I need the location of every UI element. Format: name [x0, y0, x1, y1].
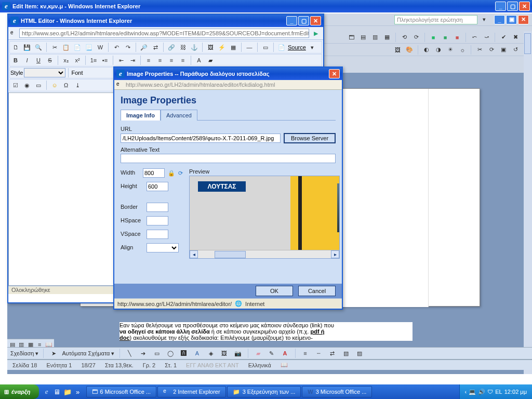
save-icon[interactable]: 💾 [22, 42, 32, 52]
specialchar-icon[interactable]: Ω [61, 80, 71, 90]
image-icon[interactable]: 🖼 [205, 42, 216, 52]
close-button[interactable]: ✕ [329, 69, 340, 78]
word-view-switch[interactable]: ▤ ▥ ▦ ≡ 📖 [7, 339, 54, 347]
reset-pic-icon[interactable]: ↺ [510, 45, 521, 55]
windows-taskbar[interactable]: ⊞ έναρξη e 🖥 📁 » 🗔6 Microsoft Office ...… [0, 384, 532, 399]
desktop-quicklaunch-icon[interactable]: 🖥 [52, 387, 62, 396]
dash-style-icon[interactable]: ┄ [314, 348, 324, 358]
link-icon[interactable]: 🔗 [166, 42, 177, 52]
html-editor-titlebar[interactable]: e HTML Editor - Windows Internet Explore… [8, 15, 323, 27]
preview-h-scrollbar[interactable]: ◂ ▸ [190, 250, 339, 258]
bold-icon[interactable]: B [10, 55, 21, 65]
tray-volume-icon[interactable]: 🔊 [478, 389, 485, 395]
dialog-addressbar[interactable]: e http://www.seo.gr/LH2/admin/htmlarea/e… [114, 80, 342, 90]
textbox-icon[interactable]: 🅰 [179, 348, 189, 358]
reset-size-icon[interactable]: ⟳ [178, 170, 183, 177]
fill-color-icon[interactable]: ▰ [253, 348, 263, 358]
diagram-icon[interactable]: ◈ [206, 348, 216, 358]
show-hide-icon[interactable]: 🗔 [346, 32, 356, 43]
start-button[interactable]: ⊞ έναρξη [0, 384, 39, 399]
paste-text-icon[interactable]: 📃 [84, 42, 94, 52]
line-color-icon[interactable]: ✎ [267, 348, 277, 358]
preview-icon[interactable]: 🔍 [33, 42, 44, 52]
align-left-icon[interactable]: ≡ [143, 55, 154, 65]
accept-icon[interactable]: ✔ [498, 32, 509, 43]
tray-chevron-icon[interactable]: ‹ [465, 389, 467, 395]
width-input[interactable] [143, 168, 165, 178]
doc-minimize-button[interactable]: _ [494, 15, 505, 24]
font-color-draw-icon[interactable]: A [280, 348, 290, 358]
source-icon[interactable]: 📄 [276, 42, 287, 52]
italic-icon[interactable]: I [22, 55, 32, 65]
taskbar-task[interactable]: 📁3 Εξερεύνηση των ... [227, 386, 301, 397]
square-red-icon[interactable]: ■ [452, 32, 462, 43]
less-bright-icon[interactable]: ☼ [457, 45, 468, 55]
more-bright-icon[interactable]: ☀ [445, 45, 456, 55]
taskbar-task[interactable]: 🗔6 Microsoft Office ... [86, 386, 157, 397]
edit-item-titlebar[interactable]: e Edit Item: κν,κμν.μ - Windows Internet… [0, 0, 532, 12]
radio-icon[interactable]: ◉ [22, 80, 32, 90]
source-button[interactable]: Source [288, 44, 306, 50]
lock-icon[interactable]: 🔒 [168, 170, 175, 177]
anchor-icon[interactable]: ⚓ [189, 42, 200, 52]
strike-icon[interactable]: S [45, 55, 55, 65]
reject-icon[interactable]: ✖ [510, 32, 521, 43]
hr-icon[interactable]: — [244, 42, 255, 52]
redo-icon[interactable]: ↷ [123, 42, 133, 52]
new-icon[interactable]: 🗋 [10, 42, 21, 52]
dbl-chevron-icon[interactable]: » [73, 387, 83, 396]
more-contrast-icon[interactable]: ◐ [421, 45, 432, 55]
line-weight-icon[interactable]: ≡ [300, 348, 311, 358]
cancel-button[interactable]: Cancel [298, 286, 336, 296]
browse-server-button[interactable]: Browse Server [284, 133, 336, 143]
tab-image-info[interactable]: Image Info [121, 110, 161, 121]
align-right-icon[interactable]: ≡ [166, 55, 177, 65]
shadow-icon[interactable]: ▧ [341, 348, 351, 358]
minimize-button[interactable]: _ [495, 2, 506, 11]
doc-restore-button[interactable]: ▣ [506, 15, 517, 24]
paste-word-icon[interactable]: W [95, 42, 105, 52]
draw-menu[interactable]: Σχεδίαση ▾ [10, 350, 38, 357]
square-blue-icon[interactable]: ■ [428, 32, 438, 43]
paste-icon[interactable]: 📄 [72, 42, 83, 52]
form-icon[interactable]: ▭ [260, 42, 271, 52]
smiley-icon[interactable]: ☺ [49, 80, 60, 90]
dialog-titlebar[interactable]: e Image Properties -- Παράθυρο διαλόγου … [114, 68, 342, 80]
picture-icon[interactable]: 📷 [233, 348, 243, 358]
editor-toolbar-1[interactable]: 🗋 💾 🔍 ✂ 📋 📄 📃 W ↶ ↷ 🔎 ⇄ 🔗 ⛓ ⚓ [9, 41, 322, 54]
taskbar-task[interactable]: W3 Microsoft Office ... [302, 386, 372, 397]
rotate-icon[interactable]: ⟳ [486, 45, 497, 55]
arrow-icon[interactable]: ➔ [138, 348, 149, 358]
less-contrast-icon[interactable]: ◑ [433, 45, 444, 55]
cut-icon[interactable]: ✂ [49, 42, 60, 52]
vspace-input[interactable] [147, 230, 168, 239]
goto-next-icon[interactable]: ⟳ [411, 32, 421, 43]
maximize-button[interactable]: ▢ [298, 16, 309, 25]
scroll-thumb[interactable] [215, 251, 246, 258]
quick-launch[interactable]: e 🖥 📁 » [39, 387, 86, 396]
unlink-icon[interactable]: ⛓ [178, 42, 188, 52]
oval-icon[interactable]: ◯ [165, 348, 176, 358]
align-select[interactable] [147, 243, 179, 252]
go-icon[interactable]: ▶ [311, 28, 321, 38]
sub-icon[interactable]: x₂ [61, 55, 71, 65]
tray-clock[interactable]: 12:02 μμ [504, 389, 527, 395]
line-icon[interactable]: ╲ [125, 348, 135, 358]
sup-icon[interactable]: x² [72, 55, 83, 65]
help-dropdown-icon[interactable]: ▾ [479, 15, 489, 25]
height-input[interactable] [147, 182, 168, 191]
copy-icon[interactable]: 📋 [61, 42, 71, 52]
doc-close-button[interactable]: ✕ [518, 15, 529, 24]
align-justify-icon[interactable]: ≡ [178, 55, 188, 65]
underline-icon[interactable]: U [33, 55, 44, 65]
wrap-icon[interactable]: ▣ [498, 45, 509, 55]
previous-change-icon[interactable]: ⤺ [469, 32, 480, 43]
flash-icon[interactable]: ⚡ [217, 42, 227, 52]
tray-lang-icon[interactable]: EL [495, 389, 502, 395]
threeD-icon[interactable]: ▨ [354, 348, 365, 358]
editor-url[interactable]: http://www.seo.gr/LH2/admin/htmlarea/edi… [19, 29, 309, 38]
editor-toolbar-2[interactable]: B I U S x₂ x² 1≡ •≡ ⇤ ⇥ ≡ ≡ ≡ ≡ A ▰ [9, 54, 322, 66]
undo-icon[interactable]: ↶ [111, 42, 122, 52]
wordart-icon[interactable]: A [192, 348, 203, 358]
indent-icon[interactable]: ⇥ [127, 55, 138, 65]
